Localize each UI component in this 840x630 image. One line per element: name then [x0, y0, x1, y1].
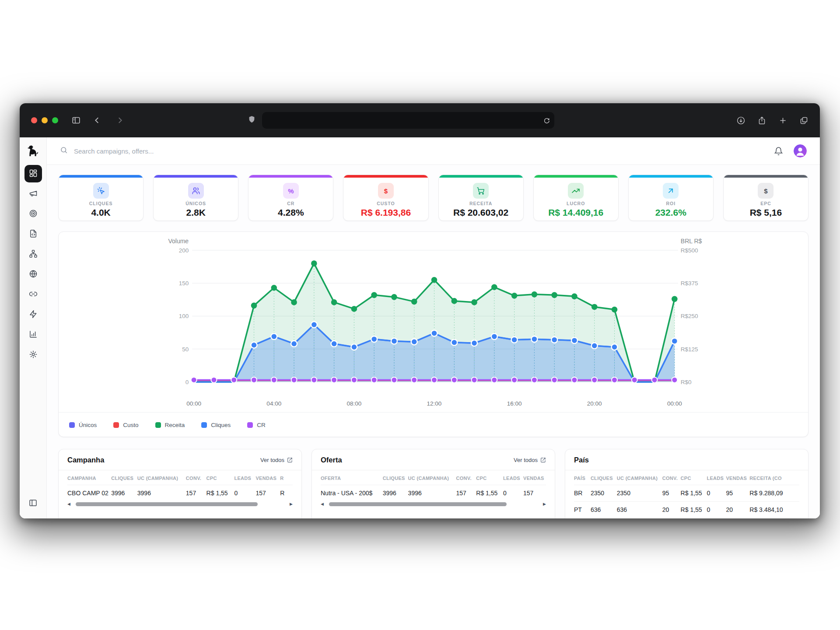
- table-col-header: RECEITA (CO: [749, 470, 799, 485]
- globe-icon: [29, 270, 38, 280]
- kpi-icon-chip: [93, 183, 109, 199]
- tab-overview-icon[interactable]: [799, 116, 808, 125]
- table-col-header: CPC: [476, 470, 503, 485]
- svg-text:50: 50: [182, 346, 189, 353]
- legend-item-cliques[interactable]: Cliques: [201, 422, 231, 428]
- legend-label: Únicos: [79, 422, 97, 428]
- table-col-header: CONV.: [662, 470, 681, 485]
- legend-item-receita[interactable]: Receita: [155, 422, 185, 428]
- table-cell: 3996: [408, 485, 456, 502]
- kpi-icon-chip: [568, 183, 584, 199]
- sidebar-item-flows[interactable]: [24, 245, 42, 263]
- address-bar[interactable]: [262, 112, 554, 129]
- legend-item-únicos[interactable]: Únicos: [69, 422, 97, 428]
- kpi-accent-bar: [343, 175, 428, 178]
- kpi-accent-bar: [439, 175, 523, 178]
- kpi-card-únicos: ÚNICOS2.8K: [153, 175, 238, 221]
- table-cell: 0: [707, 485, 726, 502]
- scrollbar-thumb[interactable]: [76, 502, 258, 506]
- notifications-bell-icon[interactable]: [774, 147, 783, 156]
- search-input[interactable]: [74, 147, 768, 155]
- view-all-link[interactable]: Ver todos: [514, 457, 546, 463]
- sidebar-item-settings[interactable]: [24, 346, 42, 364]
- kpi-icon-chip: [663, 183, 679, 199]
- kpi-label: CR: [248, 201, 333, 206]
- reload-icon[interactable]: [543, 117, 550, 124]
- table-cell: 636: [591, 502, 617, 518]
- sidebar-item-offers[interactable]: [24, 205, 42, 223]
- table-col-header: CAMPANHA: [67, 470, 111, 485]
- downloads-icon[interactable]: [736, 116, 746, 125]
- scrollbar-thumb[interactable]: [329, 502, 507, 506]
- table-cell: 3996: [111, 485, 137, 502]
- scroll-right-icon[interactable]: ▶: [290, 502, 293, 506]
- scrollbar-track[interactable]: [326, 502, 540, 506]
- sidebar-toggle-icon[interactable]: [71, 116, 81, 125]
- horizontal-scrollbar: ◀▶: [59, 501, 301, 506]
- zoom-button[interactable]: [52, 117, 58, 123]
- forward-icon[interactable]: [115, 116, 125, 125]
- table-card-pais: PaísPAÍSCLIQUESUC (CAMPANHA)CONV.CPCLEAD…: [565, 449, 808, 518]
- kpi-card-custo: $CUSTOR$ 6.193,86: [343, 175, 428, 221]
- scroll-left-icon[interactable]: ◀: [321, 502, 324, 506]
- scroll-right-icon[interactable]: ▶: [543, 502, 546, 506]
- sidebar-item-links[interactable]: [24, 286, 42, 303]
- table-cell: R$ 9.288,09: [749, 485, 799, 502]
- sidebar-item-campaigns[interactable]: [24, 185, 42, 203]
- sidebar-item-automation[interactable]: [24, 306, 42, 323]
- user-avatar[interactable]: [794, 144, 807, 158]
- new-tab-icon[interactable]: [778, 116, 788, 125]
- collapse-sidebar-icon[interactable]: [24, 494, 42, 511]
- percent-icon: %: [288, 187, 294, 195]
- table-cell: 3996: [137, 485, 186, 502]
- table-cell: CBO CAMP 02: [67, 485, 111, 502]
- table-col-header: VENDAS: [726, 470, 749, 485]
- kpi-value: R$ 14.409,16: [534, 207, 618, 218]
- kpi-accent-bar: [248, 175, 333, 178]
- table-cell: 20: [726, 502, 749, 518]
- table-col-header: UC (CAMPANHA): [408, 470, 456, 485]
- sidebar-item-landing-pages[interactable]: [24, 225, 42, 243]
- dollar-icon: $: [384, 187, 388, 195]
- sidebar-item-domains[interactable]: [24, 266, 42, 283]
- share-icon[interactable]: [757, 116, 766, 125]
- kpi-value: 4.28%: [248, 207, 333, 218]
- kpi-label: LUCRO: [534, 201, 618, 206]
- svg-text:00:00: 00:00: [667, 400, 682, 407]
- kpi-card-receita: RECEITAR$ 20.603,02: [438, 175, 524, 221]
- legend-label: Custo: [123, 422, 138, 428]
- svg-text:04:00: 04:00: [266, 400, 281, 407]
- kpi-icon-chip: $: [378, 183, 394, 199]
- sidebar-item-reports[interactable]: [24, 326, 42, 343]
- legend-item-custo[interactable]: Custo: [113, 422, 138, 428]
- table-col-header: VENDAS: [256, 470, 280, 485]
- kpi-label: CLIQUES: [59, 201, 143, 206]
- close-button[interactable]: [31, 117, 37, 123]
- privacy-shield-icon[interactable]: [248, 115, 256, 126]
- svg-text:20:00: 20:00: [587, 400, 602, 407]
- back-icon[interactable]: [92, 116, 102, 125]
- table-cell: 157: [456, 485, 476, 502]
- dog-logo[interactable]: [26, 143, 41, 159]
- horizontal-scrollbar: ◀▶: [312, 501, 555, 506]
- table-row: Nutra - USA - 200$39963996157R$ 1,550157: [321, 485, 546, 502]
- legend-item-cr[interactable]: CR: [247, 422, 266, 428]
- legend-swatch: [247, 422, 253, 428]
- sidebar-item-dashboard[interactable]: [24, 165, 42, 182]
- table-col-header: CPC: [206, 470, 234, 485]
- minimize-button[interactable]: [42, 117, 48, 123]
- table-title: Campanha: [67, 456, 104, 464]
- scrollbar-track[interactable]: [73, 502, 287, 506]
- view-all-link[interactable]: Ver todos: [260, 457, 293, 463]
- kpi-accent-bar: [629, 175, 713, 178]
- table-cell: 2350: [591, 485, 617, 502]
- table-body: CAMPANHACLIQUESUC (CAMPANHA)CONV.CPCLEAD…: [59, 470, 301, 501]
- target-icon: [29, 209, 38, 219]
- kpi-card-roi: ROI232.6%: [628, 175, 714, 221]
- table-card-header: OfertaVer todos: [312, 449, 555, 470]
- scroll-left-icon[interactable]: ◀: [67, 502, 70, 506]
- external-link-icon: [287, 457, 293, 463]
- svg-text:Volume: Volume: [168, 238, 189, 245]
- topbar-right: [774, 144, 807, 158]
- kpi-label: EPC: [724, 201, 808, 206]
